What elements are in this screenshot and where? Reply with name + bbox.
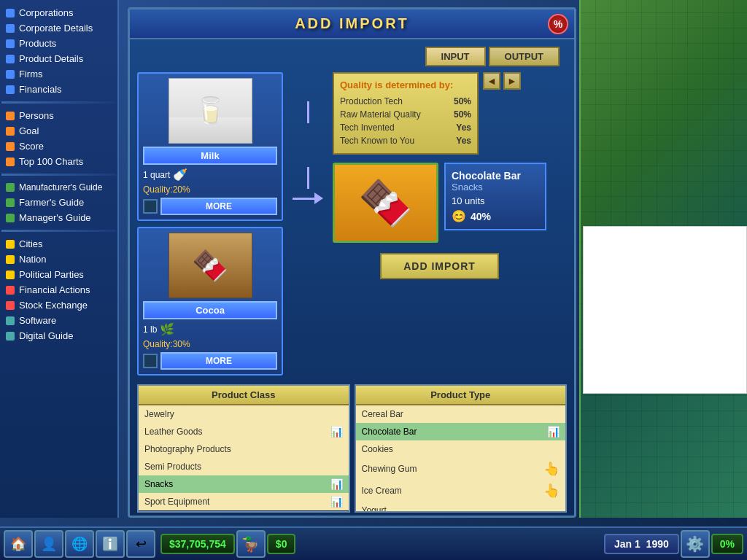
taskbar-percent-display: 0% [711,534,743,554]
taskbar-person-button[interactable]: 👤 [34,530,63,558]
taskbar-money2-display: $0 [267,534,296,554]
qty-icon-2: 🌿 [160,322,174,336]
sidebar-divider-3 [1,230,116,232]
cocoa-name-button[interactable]: Cocoa [143,301,277,319]
sidebar-item-product-details[interactable]: Product Details [0,51,117,66]
sidebar-item-political-parties[interactable]: Political Parties [0,267,117,282]
quality-smiley-icon: 😊 [452,209,466,223]
quality-nav-row: Quality is determined by: Production Tec… [333,72,546,155]
white-info-panel [583,226,747,394]
cocoa-quality: Quality:30% [143,339,277,349]
tab-output[interactable]: OUTPUT [489,47,560,66]
quality-row-2: Tech Invented Yes [340,121,471,134]
table-row[interactable]: Yogurt [356,502,566,511]
dot-icon [6,70,15,79]
table-row[interactable]: Leather Goods 📊 [139,423,349,440]
arrow-line [293,198,314,200]
table-row[interactable]: Sport Equipment 📊 [139,493,349,510]
sidebar-item-manufacturer-guide[interactable]: Manufacturer's Guide [0,180,117,195]
taskbar-settings-button[interactable]: ⚙️ [681,530,710,558]
add-import-button[interactable]: ADD IMPORT [380,253,499,279]
dot-icon [6,255,15,264]
product-type-body[interactable]: Cereal Bar Chocolate Bar 📊 Cookies Chewi… [356,405,566,511]
dot-icon [6,142,15,151]
product-class-body[interactable]: Jewelry Leather Goods 📊 Photography Prod… [139,405,349,510]
tab-input[interactable]: INPUT [425,47,486,66]
sidebar-section-corp: Corporations Corporate Details Products … [0,4,117,98]
taskbar-duck-button[interactable]: 🦆 [236,530,266,558]
cocoa-checkbox[interactable] [143,354,158,368]
cocoa-quality-text: Quality:30% [143,339,190,349]
sidebar-item-goal[interactable]: Goal [0,123,117,139]
output-info-box: Chocolate Bar Snacks 10 units 😊 40% [444,163,546,230]
milk-image [169,78,252,144]
percent-button[interactable]: % [548,14,568,34]
milk-quality: Quality:20% [143,184,277,195]
taskbar-globe-button[interactable]: 🌐 [65,530,94,558]
dot-icon [6,39,15,48]
dot-icon [6,214,15,222]
dot-icon [6,271,15,279]
sidebar-item-financials[interactable]: Financials [0,82,117,97]
sidebar-item-digital-guide[interactable]: Digital Guide [0,328,117,343]
taskbar: 🏠 👤 🌐 ℹ️ ↩ $37,705,754 🦆 $0 Jan 1 1990 ⚙… [0,526,747,560]
milk-checkbox[interactable] [143,199,158,214]
taskbar-back-button[interactable]: ↩ [126,530,155,558]
cocoa-image [169,233,252,298]
table-row[interactable]: Cookies [356,440,566,458]
sidebar-section-persons: Persons Goal Score Top 100 Charts [0,106,117,171]
nav-arrows: ◄ ► [483,72,521,90]
sidebar-item-nation[interactable]: Nation [0,252,117,267]
sidebar-item-score[interactable]: Score [0,139,117,154]
output-units: 10 units [452,195,539,206]
table-row-selected[interactable]: Snacks 📊 [139,475,349,493]
dot-icon [6,332,15,341]
sidebar-item-manager-guide[interactable]: Manager's Guide [0,210,117,225]
sidebar-item-persons[interactable]: Persons [0,108,117,123]
taskbar-info-button[interactable]: ℹ️ [96,530,125,558]
quality-row-0: Production Tech 50% [340,95,471,108]
dot-icon [6,112,15,120]
dot-icon [6,9,15,18]
table-row[interactable]: Chewing Gum 👆 [356,458,566,480]
milk-product-card: Milk 1 quart 🍼 Quality:20% MORE [137,72,283,221]
sidebar-section-guides: Manufacturer's Guide Farmer's Guide Mana… [0,179,117,227]
prev-arrow-button[interactable]: ◄ [483,72,500,90]
milk-actions: MORE [143,198,277,215]
sidebar-item-financial-actions[interactable]: Financial Actions [0,282,117,298]
sidebar-item-cities[interactable]: Cities [0,236,117,252]
table-row[interactable]: Semi Products [139,458,349,475]
sidebar-item-corporate-details[interactable]: Corporate Details [0,20,117,36]
sidebar-item-top100[interactable]: Top 100 Charts [0,154,117,169]
game-window: ADD IMPORT % INPUT OUTPUT Milk 1 quart 🍼 [128,7,576,518]
dot-icon [6,240,15,249]
table-row[interactable]: Cereal Bar [356,405,566,423]
table-row[interactable]: Photography Products [139,440,349,458]
table-row[interactable]: Ice Cream 👆 [356,480,566,502]
quality-title: Quality is determined by: [340,79,471,90]
io-tabs: INPUT OUTPUT [137,47,567,66]
milk-quality-text: Quality:20% [143,184,190,195]
output-product-name: Chocolate Bar [452,170,539,182]
dot-icon [6,55,15,63]
milk-more-button[interactable]: MORE [160,198,277,215]
sidebar-item-farmer-guide[interactable]: Farmer's Guide [0,195,117,210]
dot-icon [6,301,15,310]
sidebar-item-stock-exchange[interactable]: Stock Exchange [0,298,117,313]
sidebar-item-software[interactable]: Software [0,313,117,328]
table-row[interactable]: Jewelry [139,405,349,423]
taskbar-money-display: $37,705,754 [160,534,235,554]
cocoa-more-button[interactable]: MORE [160,352,277,370]
sidebar-item-firms[interactable]: Firms [0,66,117,82]
product-tables: Product Class Jewelry Leather Goods 📊 Ph… [137,384,567,513]
sidebar-item-corporations[interactable]: Corporations [0,5,117,20]
dot-icon [6,127,15,136]
taskbar-home-button[interactable]: 🏠 [4,530,33,558]
next-arrow-button[interactable]: ► [503,72,521,90]
table-row-selected[interactable]: Chocolate Bar 📊 [356,423,566,440]
quality-row-1: Raw Material Quality 50% [340,108,471,121]
milk-name-button[interactable]: Milk [143,147,277,165]
dot-icon [6,24,15,33]
sidebar-item-products[interactable]: Products [0,36,117,51]
quality-info-box: Quality is determined by: Production Tec… [333,72,479,155]
